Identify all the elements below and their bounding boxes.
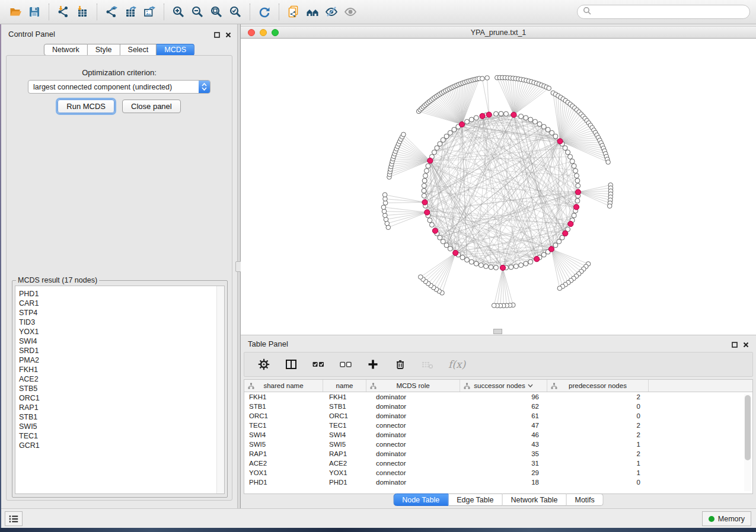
tab-edge-table[interactable]: Edge Table — [448, 493, 502, 506]
mcds-result-item[interactable]: GCR1 — [15, 441, 224, 450]
network-window-title: YPA_prune.txt_1 — [241, 28, 756, 37]
close-panel-icon[interactable] — [225, 30, 231, 40]
new-network-from-selection-icon — [287, 5, 300, 18]
hide-selected-button[interactable] — [322, 2, 341, 21]
cell-shared-name: ACE2 — [244, 460, 323, 467]
cell-shared-name: ORC1 — [244, 412, 323, 419]
mcds-result-item[interactable]: ACE2 — [15, 374, 224, 384]
mcds-result-item[interactable]: TID3 — [15, 318, 224, 327]
zoom-out-button[interactable] — [188, 2, 207, 21]
mcds-result-item[interactable]: SRD1 — [15, 346, 224, 355]
mcds-result-item[interactable]: SWI5 — [15, 422, 224, 431]
table-row[interactable]: SWI5SWI5connector431 — [244, 440, 752, 449]
tab-style[interactable]: Style — [88, 44, 120, 56]
mcds-result-item[interactable]: CAR1 — [15, 299, 224, 308]
zoom-fit-button[interactable] — [207, 2, 226, 21]
mcds-result-item[interactable]: TEC1 — [15, 431, 224, 441]
table-row[interactable]: ACE2ACE2connector311 — [244, 459, 752, 468]
table-settings-button[interactable] — [257, 358, 270, 371]
table-row[interactable]: YOX1YOX1connector291 — [244, 468, 752, 477]
mcds-result-list[interactable]: PHD1CAR1STP4TID3YOX1SWI4SRD1PMA2FKH1ACE2… — [15, 286, 225, 494]
select-stepper-icon — [199, 81, 210, 93]
search-box[interactable] — [577, 5, 750, 19]
table-row[interactable]: TEC1TEC1connector472 — [244, 421, 752, 430]
export-table-icon — [124, 5, 137, 18]
memory-button[interactable]: Memory — [702, 511, 751, 526]
table-row[interactable]: FKH1FKH1dominator962 — [244, 392, 752, 402]
zoom-selected-button[interactable] — [226, 2, 245, 21]
horizontal-splitter-grip[interactable] — [493, 329, 502, 334]
cell-shared-name: FKH1 — [244, 393, 323, 400]
control-panel-titlebar: Control Panel — [1, 24, 237, 42]
table-row[interactable]: SWI4SWI4dominator462 — [244, 430, 752, 440]
add-column-button[interactable] — [366, 358, 379, 371]
tab-motifs[interactable]: Motifs — [566, 493, 603, 506]
hide-selected-icon — [325, 5, 338, 18]
delete-column-button[interactable] — [394, 358, 407, 371]
mcds-result-item[interactable]: ORC1 — [15, 393, 224, 403]
tab-network[interactable]: Network — [44, 44, 88, 56]
cell-MCDS-role: dominator — [366, 403, 460, 410]
mcds-result-item[interactable]: PHD1 — [15, 289, 224, 299]
export-image-button[interactable] — [140, 2, 159, 21]
network-canvas[interactable] — [241, 39, 756, 335]
mcds-result-item[interactable]: PMA2 — [15, 355, 224, 365]
import-table-button[interactable] — [73, 2, 92, 21]
run-mcds-button[interactable]: Run MCDS — [58, 100, 114, 113]
node-table[interactable]: shared namenameMCDS rolesuccessor nodesp… — [244, 379, 753, 494]
table-row[interactable]: STB1STB1dominator620 — [244, 402, 752, 411]
column-header-predecessor-nodes[interactable]: predecessor nodes — [547, 380, 649, 392]
table-row[interactable]: RAP1RAP1dominator352 — [244, 449, 752, 459]
table-scrollbar[interactable] — [744, 394, 751, 491]
cell-predecessor-nodes: 2 — [547, 450, 649, 457]
mcds-list-scrollbar[interactable] — [216, 286, 224, 493]
tab-node-table[interactable]: Node Table — [393, 493, 448, 506]
open-folder-icon — [9, 5, 22, 18]
export-table-button[interactable] — [121, 2, 140, 21]
task-history-button[interactable] — [5, 511, 23, 526]
mcds-result-item[interactable]: SWI4 — [15, 336, 224, 346]
mcds-result-item[interactable]: STB5 — [15, 384, 224, 393]
column-header-name[interactable]: name — [323, 380, 366, 392]
close-panel-button[interactable]: Close panel — [122, 100, 181, 113]
network-area: YPA_prune.txt_1 Table Panel f(x) shared … — [241, 24, 756, 508]
apply-layout-button[interactable] — [255, 2, 274, 21]
deselect-all-columns-button[interactable] — [339, 358, 352, 371]
select-all-columns-button[interactable] — [312, 358, 325, 371]
column-header-MCDS-role[interactable]: MCDS role — [366, 380, 460, 392]
first-neighbors-button[interactable] — [303, 2, 322, 21]
mcds-result-item[interactable]: STB1 — [15, 412, 224, 422]
column-header-successor-nodes[interactable]: successor nodes — [460, 380, 547, 392]
mcds-result-item[interactable]: STP4 — [15, 308, 224, 318]
close-table-panel-icon[interactable] — [743, 339, 749, 350]
mcds-result-item[interactable]: FKH1 — [15, 365, 224, 374]
open-session-button[interactable] — [6, 2, 25, 21]
show-all-button[interactable] — [341, 2, 360, 21]
mcds-result-item[interactable]: RAP1 — [15, 403, 224, 412]
sort-descending-icon — [528, 384, 533, 387]
import-network-button[interactable] — [54, 2, 73, 21]
tab-mcds[interactable]: MCDS — [157, 44, 194, 56]
search-input[interactable] — [595, 8, 744, 16]
application-window: Control Panel NetworkStyleSelectMCDS Opt… — [0, 0, 756, 532]
table-scrollbar-thumb[interactable] — [745, 395, 751, 460]
table-row[interactable]: ORC1ORC1dominator610 — [244, 411, 752, 421]
tab-network-table[interactable]: Network Table — [503, 493, 567, 506]
float-panel-icon[interactable] — [214, 30, 220, 40]
tab-select[interactable]: Select — [120, 44, 157, 56]
zoom-in-button[interactable] — [169, 2, 188, 21]
save-session-button[interactable] — [25, 2, 44, 21]
cell-MCDS-role: dominator — [366, 431, 460, 438]
optimization-criterion-select[interactable]: largest connected component (undirected) — [28, 80, 210, 94]
table-row[interactable]: PHD1PHD1dominator180 — [244, 477, 752, 487]
cell-successor-nodes: 46 — [460, 431, 547, 438]
export-network-button[interactable] — [102, 2, 121, 21]
column-header-shared-name[interactable]: shared name — [244, 380, 323, 392]
choose-columns-button[interactable] — [285, 358, 298, 371]
cell-successor-nodes: 29 — [460, 469, 547, 476]
table-delete-icon — [421, 358, 434, 371]
float-table-panel-icon[interactable] — [732, 339, 738, 350]
memory-status-icon — [709, 516, 714, 522]
mcds-result-item[interactable]: YOX1 — [15, 327, 224, 336]
new-network-from-selection-button[interactable] — [284, 2, 303, 21]
